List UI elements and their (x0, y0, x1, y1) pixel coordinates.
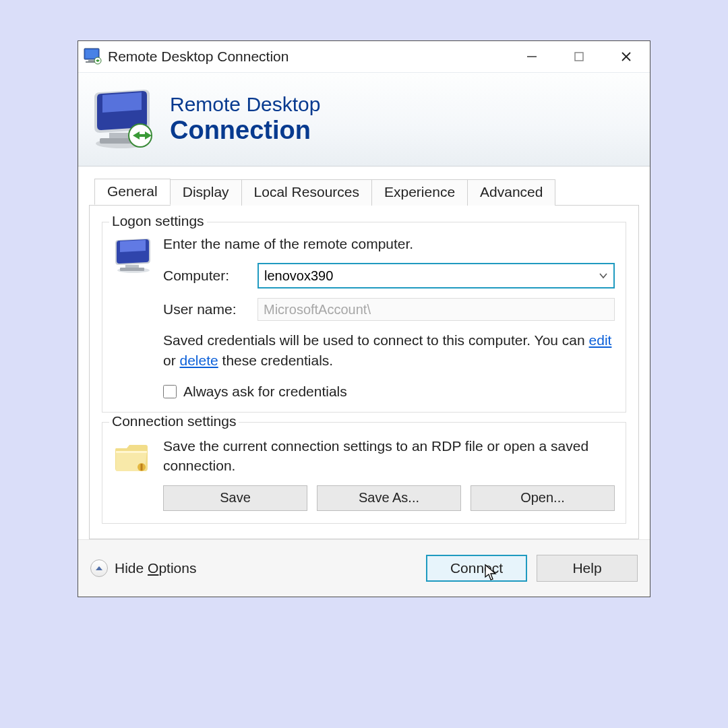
credentials-text: Saved credentials will be used to connec… (163, 330, 615, 371)
tab-local-resources[interactable]: Local Resources (242, 179, 372, 206)
connect-button[interactable]: Connect (426, 555, 527, 582)
hide-options-label: Hide Options (115, 560, 196, 576)
rdc-window: Remote Desktop Connection R (78, 40, 650, 597)
connection-desc: Save the current connection settings to … (163, 436, 615, 476)
always-ask-checkbox[interactable] (163, 385, 177, 398)
logon-instruction: Enter the name of the remote computer. (163, 236, 615, 252)
tab-advanced[interactable]: Advanced (468, 179, 555, 206)
rdc-large-icon (90, 86, 158, 150)
svg-rect-10 (109, 133, 131, 138)
titlebar: Remote Desktop Connection (78, 41, 650, 72)
delete-credentials-link[interactable]: delete (180, 353, 218, 368)
hide-options-button[interactable]: Hide Options (90, 559, 426, 577)
always-ask-row[interactable]: Always ask for credentials (163, 384, 615, 400)
maximize-button[interactable] (555, 41, 603, 72)
chevron-down-icon[interactable] (599, 268, 608, 284)
banner-line1: Remote Desktop (170, 93, 320, 116)
computer-icon (113, 236, 163, 400)
help-button[interactable]: Help (537, 555, 638, 582)
logon-legend: Logon settings (109, 213, 207, 229)
connection-legend: Connection settings (109, 413, 239, 429)
collapse-arrow-icon (90, 559, 108, 577)
close-button[interactable] (603, 41, 650, 72)
rdc-small-icon (84, 48, 104, 65)
banner-line2: Connection (170, 117, 320, 143)
computer-input[interactable] (264, 268, 599, 284)
banner: Remote Desktop Connection (78, 72, 650, 166)
cursor-icon (484, 564, 497, 581)
fieldset-connection-settings: Connection settings Save the current con… (102, 422, 626, 524)
fieldset-logon-settings: Logon settings Enter the name of the rem… (102, 222, 626, 413)
computer-label: Computer: (163, 268, 257, 284)
tabs-row: General Display Local Resources Experien… (78, 166, 650, 206)
username-field: MicrosoftAccount\ (257, 298, 615, 321)
svg-rect-15 (120, 268, 144, 271)
window-title: Remote Desktop Connection (108, 49, 289, 65)
open-button[interactable]: Open... (471, 485, 615, 511)
svg-rect-14 (125, 265, 139, 268)
folder-icon (113, 436, 163, 511)
username-label: User name: (163, 301, 257, 317)
tab-display[interactable]: Display (171, 179, 242, 206)
svg-rect-6 (575, 53, 583, 61)
tab-experience[interactable]: Experience (372, 179, 468, 206)
tab-general[interactable]: General (94, 179, 171, 205)
save-button[interactable]: Save (163, 485, 307, 511)
tab-panel-general: Logon settings Enter the name of the rem… (89, 206, 639, 539)
minimize-button[interactable] (508, 41, 555, 72)
computer-combobox[interactable] (257, 263, 615, 289)
svg-rect-17 (141, 464, 143, 471)
save-as-button[interactable]: Save As... (317, 485, 461, 511)
edit-credentials-link[interactable]: edit (589, 332, 612, 348)
always-ask-label: Always ask for credentials (183, 384, 347, 400)
bottom-bar: Hide Options Connect Help (78, 539, 650, 597)
svg-rect-1 (86, 50, 98, 58)
